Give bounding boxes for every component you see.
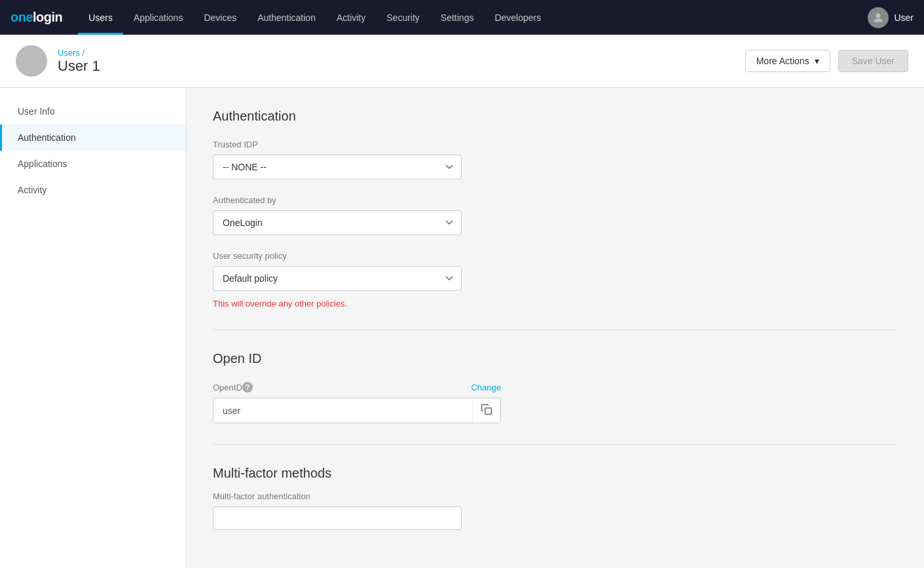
copy-openid-button[interactable] (472, 398, 500, 423)
openid-value: user (213, 399, 472, 423)
page-title: User 1 (58, 58, 100, 75)
header-bar: Users / User 1 More Actions ▾ Save User (0, 35, 924, 88)
breadcrumb[interactable]: Users / (58, 48, 100, 58)
sidebar-item-applications[interactable]: Applications (0, 151, 186, 177)
sidebar-item-activity[interactable]: Activity (0, 177, 186, 203)
svg-rect-2 (485, 408, 492, 415)
user-security-policy-label: User security policy (213, 251, 462, 261)
nav-item-users[interactable]: Users (78, 0, 123, 35)
logo-part2: login (33, 10, 62, 24)
svg-point-1 (28, 54, 35, 61)
trusted-idp-group: Trusted IDP -- NONE -- (213, 140, 462, 180)
sidebar-item-user-info[interactable]: User Info (0, 98, 186, 124)
change-link[interactable]: Change (471, 383, 501, 392)
save-user-button[interactable]: Save User (838, 50, 908, 72)
help-icon[interactable]: ? (242, 382, 253, 392)
user-security-policy-group: User security policy Default policy (213, 251, 462, 291)
mfa-select-placeholder[interactable] (213, 506, 462, 530)
nav-item-security[interactable]: Security (376, 0, 430, 35)
authentication-section-title: Authentication (213, 109, 898, 124)
nav-items: Users Applications Devices Authenticatio… (78, 0, 868, 35)
main-layout: User Info Authentication Applications Ac… (0, 88, 924, 568)
main-content: Authentication Trusted IDP -- NONE -- Au… (187, 88, 924, 568)
trusted-idp-select[interactable]: -- NONE -- (213, 155, 462, 180)
sidebar: User Info Authentication Applications Ac… (0, 88, 187, 568)
user-avatar (16, 45, 47, 77)
user-security-policy-select[interactable]: Default policy (213, 266, 462, 291)
openid-label: OpenID (213, 383, 242, 392)
openid-row-header: OpenID ? Change (213, 382, 501, 392)
sidebar-item-authentication[interactable]: Authentication (0, 124, 186, 151)
open-id-section-title: Open ID (213, 351, 898, 366)
nav-user[interactable]: User (868, 7, 914, 28)
more-actions-label: More Actions (756, 56, 809, 66)
mfa-section-title: Multi-factor methods (213, 466, 898, 481)
avatar (868, 7, 889, 28)
chevron-down-icon: ▾ (815, 56, 819, 66)
svg-point-0 (876, 13, 881, 18)
nav-item-devices[interactable]: Devices (193, 0, 247, 35)
authenticated-by-label: Authenticated by (213, 195, 462, 205)
nav-item-developers[interactable]: Developers (484, 0, 551, 35)
authenticated-by-group: Authenticated by OneLogin (213, 195, 462, 235)
openid-field: user (213, 398, 501, 423)
mfa-section-divider (213, 444, 898, 445)
nav-item-settings[interactable]: Settings (430, 0, 485, 35)
trusted-idp-label: Trusted IDP (213, 140, 462, 149)
nav-item-authentication[interactable]: Authentication (247, 0, 326, 35)
header-actions: More Actions ▾ Save User (745, 50, 908, 72)
policy-warning: This will override any other policies. (213, 299, 898, 309)
authenticated-by-select[interactable]: OneLogin (213, 210, 462, 235)
header-info: Users / User 1 (58, 48, 100, 75)
copy-icon (481, 404, 492, 417)
nav-item-activity[interactable]: Activity (326, 0, 376, 35)
more-actions-button[interactable]: More Actions ▾ (745, 50, 830, 72)
logo-part1: one (10, 10, 33, 24)
section-divider (213, 330, 898, 330)
nav-item-applications[interactable]: Applications (123, 0, 194, 35)
logo[interactable]: onelogin (10, 10, 62, 25)
nav-user-label: User (894, 12, 914, 23)
mfa-label: Multi-factor authentication (213, 491, 898, 501)
top-navigation: onelogin Users Applications Devices Auth… (0, 0, 924, 35)
